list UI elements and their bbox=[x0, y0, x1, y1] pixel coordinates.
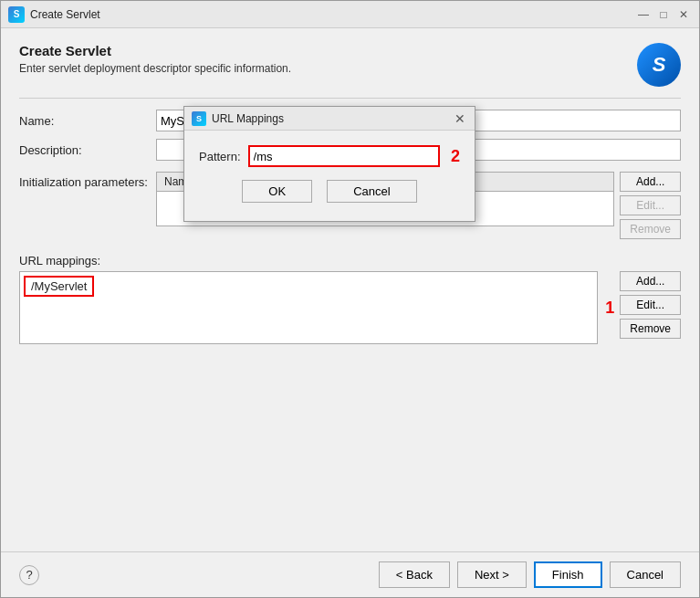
finish-button[interactable]: Finish bbox=[534, 561, 602, 588]
next-button[interactable]: Next > bbox=[457, 561, 527, 588]
dialog-ok-button[interactable]: OK bbox=[242, 180, 312, 203]
dialog-title-left: S URL Mappings bbox=[192, 111, 284, 126]
dialog-icon: S bbox=[192, 111, 206, 126]
main-content: Create Servlet Enter servlet deployment … bbox=[1, 28, 699, 540]
cancel-button[interactable]: Cancel bbox=[610, 561, 681, 588]
title-bar: S Create Servlet — □ ✕ bbox=[1, 1, 699, 28]
title-bar-controls: — □ ✕ bbox=[635, 6, 692, 23]
dialog-title-bar: S URL Mappings ✕ bbox=[184, 107, 475, 131]
close-button[interactable]: ✕ bbox=[675, 6, 692, 23]
help-button[interactable]: ? bbox=[19, 565, 39, 585]
maximize-button[interactable]: □ bbox=[655, 6, 672, 23]
pattern-input[interactable] bbox=[248, 145, 440, 167]
back-button[interactable]: < Back bbox=[379, 561, 450, 588]
dialog-buttons: OK Cancel bbox=[199, 180, 460, 214]
dialog-content: Pattern: 2 OK Cancel bbox=[184, 131, 475, 221]
dialog-title: URL Mappings bbox=[212, 112, 284, 125]
footer: ? < Back Next > Finish Cancel bbox=[1, 551, 699, 597]
pattern-label: Pattern: bbox=[199, 150, 241, 163]
url-mappings-dialog: S URL Mappings ✕ Pattern: 2 OK Cancel bbox=[183, 106, 475, 222]
window-icon: S bbox=[8, 6, 25, 23]
footer-left: ? bbox=[19, 565, 39, 585]
minimize-button[interactable]: — bbox=[635, 6, 652, 23]
dialog-overlay: S URL Mappings ✕ Pattern: 2 OK Cancel bbox=[1, 28, 699, 540]
dialog-form-row: Pattern: 2 bbox=[199, 145, 460, 167]
annotation-2: 2 bbox=[451, 147, 460, 166]
main-window: S Create Servlet — □ ✕ Create Servlet En… bbox=[0, 0, 700, 598]
dialog-cancel-button[interactable]: Cancel bbox=[327, 180, 416, 203]
window-title: Create Servlet bbox=[30, 8, 100, 21]
title-bar-left: S Create Servlet bbox=[8, 6, 100, 23]
footer-right: < Back Next > Finish Cancel bbox=[379, 561, 681, 588]
dialog-close-button[interactable]: ✕ bbox=[453, 111, 467, 126]
